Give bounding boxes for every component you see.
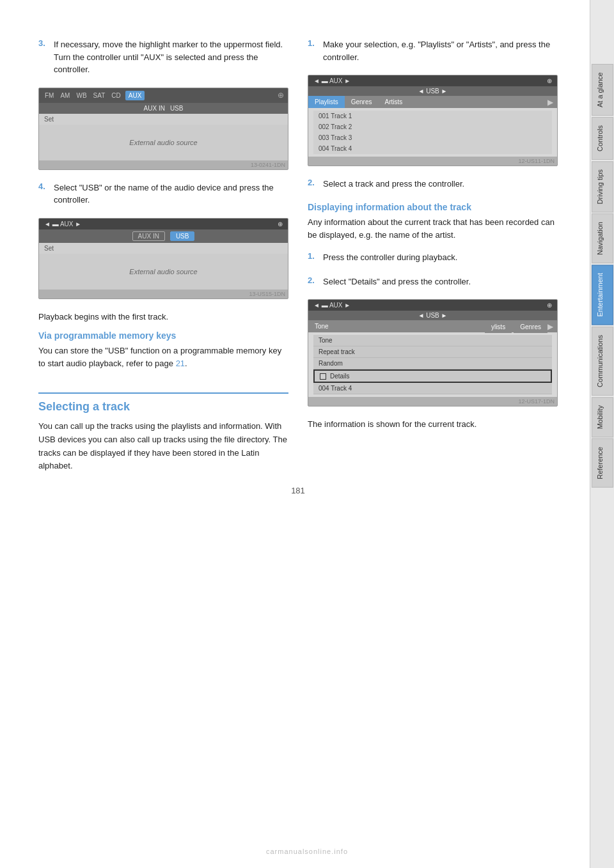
arrow-right-2-icon: ▶	[547, 322, 557, 331]
track-002: 002 Track 2	[313, 121, 552, 132]
fig-id-3: 12-US11-1DN	[308, 157, 557, 166]
tone-tab: Tone	[308, 320, 335, 332]
screen2-topbar: ◄ ▬ AUX ► ⊕	[39, 219, 288, 229]
menu-tone: Tone	[313, 335, 552, 346]
ylists-partial: ylists	[485, 321, 512, 333]
right-step-1: 1. Make your selection, e.g. "Playlists"…	[308, 38, 558, 63]
fig-id-1: 13-0241-1DN	[39, 160, 288, 169]
right-step-1b-text: Press the controller during playback.	[323, 251, 457, 264]
cd-btn: CD	[109, 91, 122, 100]
step-4-text: Select "USB" or the name of the audio de…	[54, 182, 288, 206]
genres-tab: Genres	[345, 96, 379, 108]
screen-details-menu: ◄ ▬ AUX ► ⊕ ◄ USB ► Tone ylists Genres ▶	[308, 299, 558, 407]
screen4-nav-top: ◄ ▬ AUX ►	[313, 302, 350, 309]
screen4-tab-row: Tone ylists Genres ▶	[308, 320, 557, 332]
sidebar-tab-entertainment[interactable]: Entertainment	[592, 265, 613, 325]
playback-note: Playback begins with the first track.	[38, 312, 288, 322]
fm-button-row: FM AM WB SAT CD AUX ⊕	[39, 88, 288, 103]
displaying-heading: Displaying information about the track	[308, 202, 558, 212]
via-section: Via programmable memory keys You can sto…	[38, 330, 288, 371]
right-step-2b: 2. Select "Details" and press the contro…	[308, 275, 558, 288]
partial-ylists-tab: ylists Genres	[485, 323, 547, 330]
sidebar-tab-reference[interactable]: Reference	[592, 438, 613, 488]
usb-label: USB	[170, 105, 184, 112]
right-step-2b-text: Select "Details" and press the controlle…	[323, 275, 471, 288]
sidebar-tab-controls[interactable]: Controls	[592, 117, 613, 160]
info-note: The information is shown for the current…	[308, 418, 558, 431]
right-step-2: 2. Select a track and press the controll…	[308, 178, 558, 190]
via-text-body: You can store the "USB" function on a pr…	[38, 346, 281, 369]
playlists-tab: Playlists	[308, 96, 345, 108]
right-step-1b-number: 1.	[308, 251, 318, 264]
am-btn: AM	[58, 91, 72, 100]
menu-repeat-track: Repeat track	[313, 346, 552, 358]
genres-tab-2: Genres	[514, 321, 547, 333]
track-004: 004 Track 4	[313, 143, 552, 154]
screen4-topbar: ◄ ▬ AUX ► ⊕	[308, 300, 557, 311]
watermark-text: carmanualsonline.info	[266, 848, 348, 855]
step-4-number: 4.	[38, 182, 49, 206]
screen2-center-text: External audio source	[39, 254, 288, 290]
usb-btn-selected: USB	[170, 231, 195, 241]
usb-nav: ◄ USB ►	[418, 88, 448, 95]
menu-track-004: 004 Track 4	[313, 383, 552, 394]
aux-in-label: AUX IN	[144, 105, 165, 112]
displaying-section: Displaying information about the track A…	[308, 202, 558, 243]
fig-id-2: 13-US15-1DN	[39, 290, 288, 298]
sidebar-tab-communications[interactable]: Communications	[592, 327, 613, 396]
fig-id-4: 12-US17-1DN	[308, 397, 557, 406]
screen4-usb-nav: ◄ USB ►	[418, 312, 448, 319]
arrow-right-icon: ▶	[547, 98, 557, 107]
left-column: 3. If necessary, move the highlight mark…	[38, 38, 288, 473]
right-step-1-text: Make your selection, e.g. "Playlists" or…	[323, 38, 558, 63]
track-003: 003 Track 3	[313, 132, 552, 143]
screen3-nav-sub: ◄ USB ►	[308, 86, 557, 96]
wb-btn: WB	[74, 91, 88, 100]
sidebar-tab-at-a-glance[interactable]: At a glance	[592, 64, 613, 116]
aux-in-btn: AUX IN	[132, 231, 165, 241]
screen4-icon: ⊕	[547, 302, 552, 309]
external-audio-label: External audio source	[39, 125, 288, 160]
track-001: 001 Track 1	[313, 111, 552, 121]
chapter-sidebar: At a glance Controls Driving tips Naviga…	[590, 0, 614, 868]
step-3-text: If necessary, move the highlight marker …	[54, 38, 288, 76]
menu-random: Random	[313, 358, 552, 369]
screen3-nav-top: ◄ ▬ AUX ►	[313, 77, 350, 84]
fm-btn: FM	[43, 91, 56, 100]
screen2-nav: ◄ ▬ AUX ►	[44, 221, 81, 228]
sidebar-tab-navigation[interactable]: Navigation	[592, 213, 613, 263]
details-checkbox-icon	[320, 373, 326, 380]
page-number: 181	[38, 486, 558, 495]
screen2-set-label: Set	[44, 245, 54, 252]
set-row: Set	[39, 114, 288, 125]
sidebar-tab-driving-tips[interactable]: Driving tips	[592, 161, 613, 212]
screen4-menu: Tone Repeat track Random Details 004 Tra…	[308, 332, 557, 397]
right-column: 1. Make your selection, e.g. "Playlists"…	[308, 38, 558, 473]
via-page-link[interactable]: 21	[176, 359, 185, 368]
selecting-section: Selecting a track You can call up the tr…	[38, 380, 288, 473]
screen-usb-selected: ◄ ▬ AUX ► ⊕ AUX IN USB Set External audi…	[38, 218, 288, 299]
screen-playlists: ◄ ▬ AUX ► ⊕ ◄ USB ► Playlists Genres Art…	[308, 75, 558, 166]
screen3-tracklist: 001 Track 1 002 Track 2 003 Track 3 004 …	[308, 108, 557, 157]
aux-btn-selected: AUX	[125, 91, 145, 100]
step-3-number: 3.	[38, 38, 49, 76]
screen4-nav-sub: ◄ USB ►	[308, 311, 557, 320]
settings-icon: ⊕	[278, 91, 284, 100]
step-3: 3. If necessary, move the highlight mark…	[38, 38, 288, 76]
sat-btn: SAT	[91, 91, 107, 100]
details-label: Details	[330, 373, 350, 380]
via-heading: Via programmable memory keys	[38, 330, 288, 341]
screen2-icon: ⊕	[278, 221, 283, 228]
sidebar-tab-mobility[interactable]: Mobility	[592, 397, 613, 437]
selecting-text: You can call up the tracks using the pla…	[38, 420, 288, 473]
right-step-1b: 1. Press the controller during playback.	[308, 251, 558, 264]
screen3-tab-row: Playlists Genres Artists ▶	[308, 96, 557, 108]
screen3-icon: ⊕	[547, 77, 552, 84]
screen2-set-row: Set	[39, 243, 288, 254]
displaying-text: Any information about the current track …	[308, 216, 558, 243]
aux-in-row: AUX IN USB	[39, 103, 288, 114]
set-label: Set	[44, 116, 54, 123]
right-step-2-number: 2.	[308, 178, 318, 190]
screen3-topbar: ◄ ▬ AUX ► ⊕	[308, 75, 557, 86]
screen-aux-selected: FM AM WB SAT CD AUX ⊕ AUX IN USB Set	[38, 88, 288, 170]
